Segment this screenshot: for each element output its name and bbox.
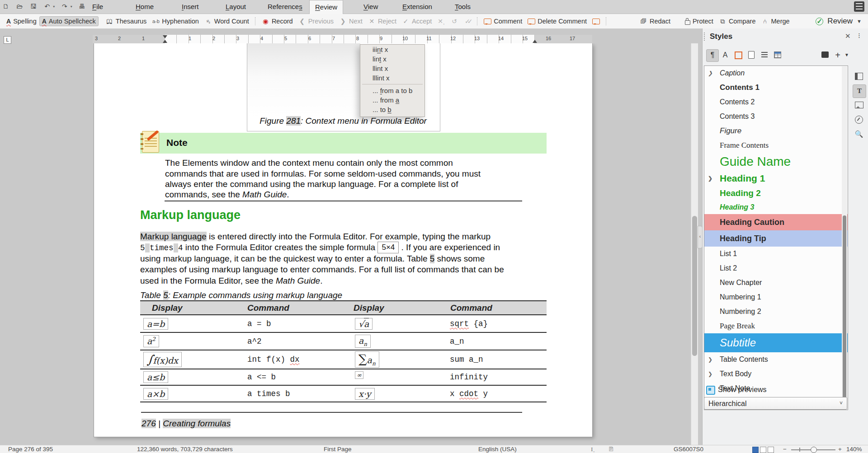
thesaurus-button[interactable]: 🕮 Thesaurus xyxy=(103,16,150,26)
auto-spellcheck-button[interactable]: A Auto Spellcheck xyxy=(39,16,99,26)
style-item-text-body[interactable]: ❯Text Body xyxy=(704,367,848,381)
tab-layout[interactable]: Layout xyxy=(220,0,251,14)
expander-icon[interactable]: ❯ xyxy=(708,352,712,367)
expander-icon[interactable]: ❯ xyxy=(708,367,712,381)
style-item-contents-2[interactable]: Contents 2 xyxy=(704,95,848,109)
zoom-level-field[interactable]: 140% xyxy=(846,446,862,453)
style-item-new-chapter[interactable]: New Chapter xyxy=(704,276,848,290)
zoom-out-icon[interactable]: − xyxy=(783,446,787,453)
fill-format-mode-button[interactable] xyxy=(819,49,831,61)
undo-icon[interactable]: ↶ xyxy=(42,2,52,11)
first-line-indent-marker[interactable] xyxy=(163,35,167,38)
close-icon[interactable]: ✕ xyxy=(845,32,851,40)
scrollbar-thumb[interactable] xyxy=(843,215,846,405)
delete-comment-button[interactable]: Delete Comment xyxy=(525,16,590,26)
formula-object[interactable]: ∑an xyxy=(355,351,379,368)
show-comments-button[interactable] xyxy=(590,17,603,26)
tab-review[interactable]: Review xyxy=(309,0,343,14)
style-item-caption[interactable]: ❯Caption xyxy=(704,66,848,80)
tab-view[interactable]: View xyxy=(358,0,383,14)
tab-stop-selector[interactable]: L xyxy=(4,36,11,44)
sidebar-style-inspector-icon[interactable]: 🔍 xyxy=(853,128,865,140)
style-item-figure[interactable]: Figure xyxy=(704,124,848,138)
style-item-heading-2[interactable]: Heading 2 xyxy=(704,186,848,201)
next-change-button[interactable]: ❯ Next xyxy=(336,16,365,26)
protect-button[interactable]: Protect xyxy=(682,16,716,26)
tab-file[interactable]: File xyxy=(87,0,108,14)
tab-extension[interactable]: Extension xyxy=(397,0,438,14)
formula-object[interactable]: a×b xyxy=(143,388,168,400)
track-changes-options-button[interactable]: ↺ xyxy=(448,16,461,26)
zoom-in-icon[interactable]: + xyxy=(838,446,842,453)
single-page-view-icon[interactable] xyxy=(752,447,759,453)
scrollbar-thumb[interactable] xyxy=(692,216,697,356)
compare-button[interactable]: ⧉ Compare xyxy=(716,16,759,27)
sidebar-styles-icon[interactable]: T xyxy=(853,84,866,98)
print-icon[interactable]: 🖶 xyxy=(77,2,86,11)
book-view-icon[interactable] xyxy=(768,447,774,453)
style-item-frame-contents[interactable]: Frame Contents xyxy=(704,138,848,153)
redact-button[interactable]: 🗊 Redact xyxy=(637,16,673,26)
spelling-button[interactable]: A Spelling xyxy=(4,16,39,26)
checkbox-checked-icon[interactable] xyxy=(706,386,715,395)
style-item-heading-3[interactable]: Heading 3 xyxy=(704,201,848,214)
style-item-heading-1[interactable]: ❯Heading 1 xyxy=(704,171,848,186)
reject-all-button[interactable]: ✕⸒ xyxy=(434,16,448,27)
tab-references[interactable]: References xyxy=(262,0,308,14)
style-item-heading-tip[interactable]: Heading Tip xyxy=(704,230,848,247)
page-styles-button[interactable] xyxy=(745,49,757,61)
right-indent-marker[interactable] xyxy=(533,40,537,43)
formula-object[interactable]: ∫f(x)dx xyxy=(143,352,182,367)
formula-object[interactable]: an xyxy=(355,335,371,348)
new-document-icon[interactable]: 🗋 xyxy=(1,2,10,11)
list-styles-button[interactable] xyxy=(759,49,770,61)
notebookbar-mode-label[interactable]: Review xyxy=(827,17,853,26)
figure-frame[interactable]: iiint x lint x llint x lllint x ... from… xyxy=(247,43,440,131)
open-file-icon[interactable]: 🗁 xyxy=(15,2,24,11)
style-item-heading-caution[interactable]: Heading Caution xyxy=(704,214,848,230)
record-changes-button[interactable]: ◉ Record xyxy=(259,16,296,26)
document-canvas[interactable]: iiint x lint x llint x lllint x ... from… xyxy=(93,43,689,445)
formula-object[interactable]: a≤b xyxy=(143,371,168,383)
table-styles-button[interactable] xyxy=(772,49,783,61)
style-item-list-1[interactable]: List 1 xyxy=(704,247,848,261)
multi-page-view-icon[interactable] xyxy=(760,447,766,453)
frame-styles-button[interactable] xyxy=(732,49,744,61)
insert-comment-button[interactable]: Comment xyxy=(481,16,525,26)
insert-mode-icon[interactable]: I˯ xyxy=(591,446,595,453)
style-item-numbering-2[interactable]: Numbering 2 xyxy=(704,304,848,319)
formula-object[interactable]: ∞ xyxy=(355,371,363,379)
left-indent-marker[interactable] xyxy=(163,40,167,43)
formula-object[interactable]: a2 xyxy=(143,335,159,347)
panel-menu-icon[interactable]: ⁝ xyxy=(858,32,860,40)
menubar-toggle-icon[interactable] xyxy=(854,1,864,12)
style-item-subtitle-selected[interactable]: Subtitle xyxy=(704,333,848,352)
paragraph-styles-button[interactable]: ¶ xyxy=(706,49,719,62)
sidebar-gallery-icon[interactable] xyxy=(853,99,865,112)
horizontal-ruler[interactable]: 3 2 1 1 2 3 4 5 6 7 8 9 10 11 12 13 14 1… xyxy=(93,35,592,43)
expander-icon[interactable]: ❯ xyxy=(708,66,712,80)
formula-object[interactable]: x·y xyxy=(355,388,375,400)
word-count-button[interactable]: ¹²₃ Word Count xyxy=(202,16,252,26)
inline-formula-object[interactable]: 5×4 xyxy=(377,242,399,253)
document-page[interactable]: iiint x lint x llint x lllint x ... from… xyxy=(94,43,592,437)
style-item-page-break[interactable]: Page Break xyxy=(704,319,848,333)
mode-dropdown-icon[interactable]: ▼ xyxy=(857,19,862,24)
redo-dropdown-icon[interactable]: ▾ xyxy=(71,5,74,9)
previous-change-button[interactable]: ❮ Previous xyxy=(296,16,336,26)
style-item-contents-1[interactable]: Contents 1 xyxy=(704,80,848,95)
character-styles-button[interactable]: A xyxy=(719,49,731,61)
page-count-field[interactable]: Page 276 of 395 xyxy=(8,446,53,453)
tab-tools[interactable]: Tools xyxy=(449,0,476,14)
style-item-contents-3[interactable]: Contents 3 xyxy=(704,109,848,124)
style-filter-dropdown[interactable]: Hierarchical ˅ xyxy=(704,397,847,410)
redo-icon[interactable]: ↷ xyxy=(60,2,69,11)
vertical-scrollbar[interactable] xyxy=(691,43,698,445)
save-icon[interactable]: 🖫 xyxy=(29,2,38,11)
language-field[interactable]: English (USA) xyxy=(478,446,517,453)
sidebar-properties-icon[interactable] xyxy=(853,70,865,83)
formula-object[interactable]: √a xyxy=(355,318,373,330)
accept-all-button[interactable]: ✓✓ xyxy=(461,16,474,26)
formula-object[interactable]: a=b xyxy=(143,318,168,330)
signature-field[interactable]: GS6007S0 xyxy=(674,446,703,453)
